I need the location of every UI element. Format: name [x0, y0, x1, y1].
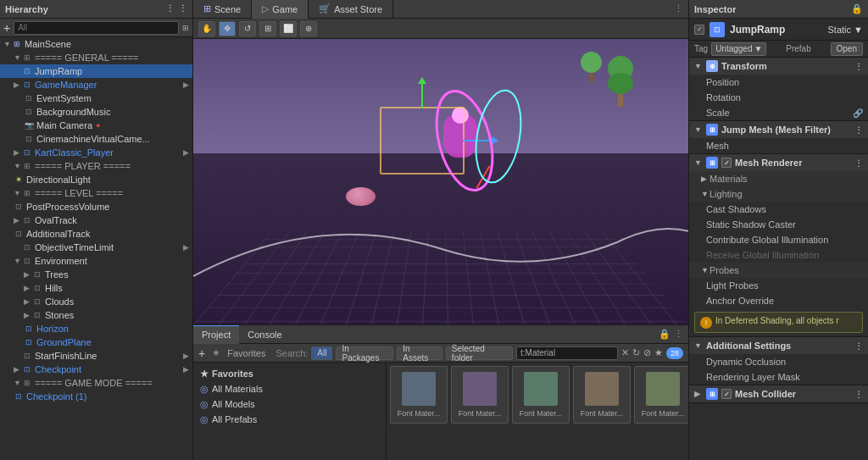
hierarchy-menu-icon[interactable]: ⋮ — [178, 3, 187, 14]
tab-scene[interactable]: ⊞ Scene — [193, 0, 252, 19]
rect-tool-btn[interactable]: ⬜ — [280, 21, 297, 36]
project-lock-icon[interactable]: 🔒 — [659, 329, 670, 340]
inspector-lock-icon[interactable]: 🔒 — [851, 3, 863, 14]
additional-settings-options-icon[interactable]: ⋮ — [854, 341, 863, 351]
hierarchy-item-objectivelimit[interactable]: ▶ ⊡ ObjectiveTimeLimit ▶ — [0, 241, 192, 254]
mesh-collider-enabled[interactable]: ✓ — [721, 389, 732, 399]
position-label: Position — [706, 77, 739, 87]
add-button[interactable]: + — [3, 21, 10, 35]
assets-grid: Font Mater... Font Mater... Font Mater..… — [390, 366, 688, 424]
fav-all-materials[interactable]: ◎ All Materials — [197, 381, 382, 396]
rendering-layer-label: Rendering Layer Mask — [706, 372, 800, 382]
hierarchy-item-groundplane[interactable]: ⊡ GroundPlane — [0, 335, 192, 349]
hierarchy-item-horizon[interactable]: ⊡ Horizon — [0, 322, 192, 335]
scale-tool-btn[interactable]: ⊞ — [259, 21, 276, 36]
assets-search-input[interactable] — [516, 346, 618, 360]
transform-header[interactable]: ▼ ⊕ Transform ⋮ — [689, 58, 868, 75]
inspector-header: Inspector 🔒 — [689, 0, 868, 19]
materials-subheader[interactable]: ▶ Materials — [689, 171, 868, 186]
arrow-icon: ▶ — [24, 270, 32, 279]
scene-options-icon[interactable]: ⋮ — [674, 3, 683, 14]
tab-console[interactable]: Console — [239, 325, 290, 344]
mesh-collider-options-icon[interactable]: ⋮ — [854, 390, 863, 399]
hierarchy-item-player[interactable]: ▼ ⊞ ===== PLAYER ===== — [0, 159, 192, 173]
hierarchy-item-jumpramp[interactable]: ▶ ⊡ JumpRamp — [0, 64, 192, 78]
hierarchy-item-trees[interactable]: ▶ ⊡ Trees — [0, 268, 192, 281]
hierarchy-item-environment[interactable]: ▼ ⊡ Environment — [0, 254, 192, 268]
hierarchy-item-dirlight[interactable]: ☀ DirectionalLight — [0, 173, 192, 186]
mesh-collider-header[interactable]: ▶ ⊞ ✓ Mesh Collider ⋮ — [689, 385, 868, 402]
filter-in-assets[interactable]: In Assets — [397, 346, 442, 360]
filter-packages[interactable]: In Packages — [336, 346, 393, 360]
object-active-checkbox[interactable]: ✓ — [694, 25, 704, 35]
hierarchy-item-checkpoint[interactable]: ▶ ⊡ Checkpoint ▶ — [0, 363, 192, 376]
search-filter-icon[interactable]: ⊘ — [643, 347, 651, 358]
hierarchy-item-level[interactable]: ▼ ⊞ ===== LEVEL ===== — [0, 186, 192, 200]
arrow-icon: ▶ — [694, 390, 703, 398]
hierarchy-item-addtrack[interactable]: ⊡ AdditionalTrack — [0, 227, 192, 241]
hierarchy-item-bgmusic[interactable]: ⊡ BackgroundMusic — [0, 105, 192, 119]
asset-item-0[interactable]: Font Mater... — [390, 366, 448, 424]
scale-link-icon[interactable]: 🔗 — [853, 108, 863, 118]
chevron-right-icon: ▶ — [183, 80, 189, 89]
hierarchy-item-ovaltrack[interactable]: ▶ ⊡ OvalTrack — [0, 213, 192, 227]
hierarchy-item-general[interactable]: ▼ ⊞ ===== GENERAL ===== — [0, 51, 192, 64]
scene-view[interactable] — [193, 39, 688, 324]
tab-game[interactable]: ▷ Game — [252, 0, 309, 19]
hierarchy-item-checkpoint1[interactable]: ⊡ Checkpoint (1) — [0, 390, 192, 403]
project-add-btn[interactable]: + — [198, 346, 205, 360]
move-tool-btn[interactable]: ✥ — [219, 21, 236, 36]
hierarchy-item-label: Stones — [45, 310, 74, 320]
hierarchy-item-cinemachine[interactable]: ⊡ CinemachineVirtualCame... — [0, 132, 192, 146]
hierarchy-search[interactable] — [14, 21, 179, 35]
transform-options-icon[interactable]: ⋮ — [854, 62, 863, 71]
additional-settings-header[interactable]: ▼ Additional Settings ⋮ — [689, 337, 868, 354]
asset-item-2[interactable]: Font Mater... — [512, 366, 570, 424]
group-icon: ⊞ — [22, 188, 32, 198]
hierarchy-item-maincamera[interactable]: 📷 Main Camera ● — [0, 119, 192, 132]
lighting-subheader[interactable]: ▼ Lighting — [689, 186, 868, 202]
hierarchy-item-hills[interactable]: ▶ ⊡ Hills — [0, 281, 192, 295]
hierarchy-item-gamemode[interactable]: ▼ ⊞ ===== GAME MODE ===== — [0, 376, 192, 390]
project-menu-icon[interactable]: ⋮ — [674, 329, 683, 340]
filter-all[interactable]: All — [311, 346, 332, 360]
hierarchy-item-postprocess[interactable]: ⊡ PostProcessVolume — [0, 200, 192, 213]
hierarchy-lock-icon[interactable]: ⋮ — [165, 3, 175, 14]
tag-dropdown[interactable]: Untagged ▼ — [711, 42, 766, 56]
hand-tool-btn[interactable]: ✋ — [198, 21, 215, 36]
prefab-open-btn[interactable]: Open — [831, 42, 863, 56]
hierarchy-item-label: Checkpoint — [35, 364, 81, 374]
hierarchy-item-stones[interactable]: ▶ ⊡ Stones — [0, 308, 192, 322]
hierarchy-item-gamemanager[interactable]: ▶ ⊡ GameManager ▶ — [0, 78, 192, 91]
probes-subheader[interactable]: ▼ Probes — [689, 263, 868, 278]
fav-all-prefabs[interactable]: ◎ All Prefabs — [197, 412, 382, 427]
asset-item-1[interactable]: Font Mater... — [451, 366, 509, 424]
fav-all-models[interactable]: ◎ All Models — [197, 396, 382, 412]
scene-ball — [346, 187, 376, 206]
asset-item-4[interactable]: Font Mater... — [634, 366, 688, 424]
filter-selected-folder[interactable]: Selected folder — [446, 346, 513, 360]
asset-item-3[interactable]: Font Mater... — [573, 366, 631, 424]
hierarchy-item-eventsystem[interactable]: ⊡ EventSystem — [0, 91, 192, 105]
hierarchy-content[interactable]: ▼ ⊞ MainScene ▼ ⊞ ===== GENERAL ===== ▶ … — [0, 37, 192, 460]
hierarchy-expand-icon[interactable]: ⊞ — [182, 24, 189, 32]
hierarchy-item-clouds[interactable]: ▶ ⊡ Clouds — [0, 295, 192, 308]
tab-asset-store[interactable]: 🛒 Asset Store — [309, 0, 393, 19]
search-star-icon[interactable]: ★ — [654, 347, 663, 358]
object-static-dropdown[interactable]: Static ▼ — [828, 25, 863, 35]
hierarchy-item-kartclassic[interactable]: ▶ ⊡ KartClassic_Player ▶ — [0, 146, 192, 159]
mesh-filter-header[interactable]: ▼ ⊞ Jump Mesh (Mesh Filter) ⋮ — [689, 121, 868, 138]
mesh-renderer-enabled[interactable]: ✓ — [721, 158, 732, 168]
camera-indicator: ● — [96, 121, 100, 130]
search-refresh-icon[interactable]: ↻ — [632, 347, 640, 358]
group-icon: ⊞ — [22, 378, 32, 388]
mesh-renderer-header[interactable]: ▼ ⊞ ✓ Mesh Renderer ⋮ — [689, 154, 868, 171]
transform-tool-btn[interactable]: ⊕ — [300, 21, 317, 36]
hierarchy-item-mainscene[interactable]: ▼ ⊞ MainScene — [0, 37, 192, 51]
hierarchy-item-startfinish[interactable]: ▶ ⊡ StartFinishLine ▶ — [0, 349, 192, 363]
tab-project[interactable]: Project — [193, 325, 239, 344]
search-clear-icon[interactable]: ✕ — [621, 347, 629, 358]
rotate-tool-btn[interactable]: ↺ — [239, 21, 256, 36]
mesh-filter-options-icon[interactable]: ⋮ — [854, 125, 863, 135]
mesh-renderer-options-icon[interactable]: ⋮ — [854, 158, 863, 168]
